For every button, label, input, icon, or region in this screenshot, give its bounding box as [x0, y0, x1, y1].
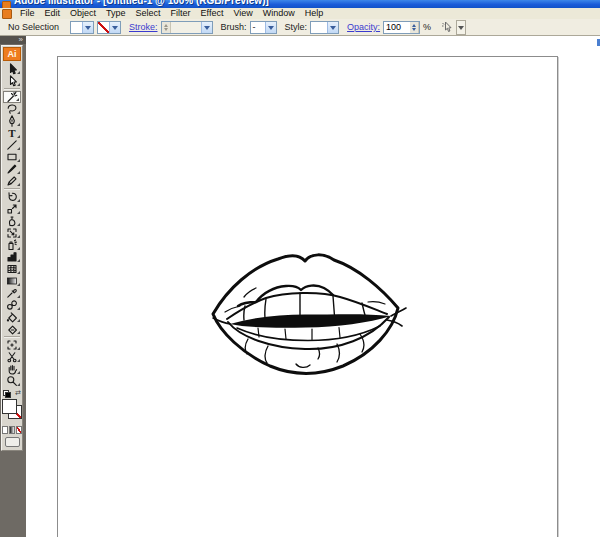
select-similar-dropdown-icon[interactable]: [456, 20, 466, 35]
window-title: Adobe Illustrator - [Untitled-1 @ 100% (…: [14, 0, 269, 6]
app-icon: [2, 1, 11, 8]
stroke-dropdown-icon[interactable]: [109, 22, 120, 33]
magic-wand-icon: [6, 91, 18, 103]
canvas-area[interactable]: [26, 36, 600, 537]
fill-color-combo[interactable]: [70, 21, 94, 34]
percent-label: %: [423, 22, 431, 32]
document-icon[interactable]: [2, 9, 12, 19]
menu-select[interactable]: Select: [131, 8, 166, 19]
tool-scale[interactable]: [3, 203, 21, 215]
paintbrush-icon: [6, 163, 18, 175]
menu-window[interactable]: Window: [258, 8, 300, 19]
stroke-weight-spinner[interactable]: [162, 22, 171, 33]
mesh-icon: [6, 263, 18, 275]
stroke-link[interactable]: Stroke:: [129, 22, 158, 32]
gradient-icon: [6, 275, 18, 287]
menu-type[interactable]: Type: [101, 8, 131, 19]
tool-live-paint-selection[interactable]: [3, 323, 21, 335]
menu-view[interactable]: View: [228, 8, 257, 19]
pen-icon: [6, 115, 18, 127]
tool-free-transform[interactable]: [3, 227, 21, 239]
color-button[interactable]: [2, 426, 8, 434]
stroke-weight-combo[interactable]: [161, 21, 213, 34]
tool-pen[interactable]: [3, 115, 21, 127]
tool-lasso[interactable]: [3, 103, 21, 115]
column-graph-icon: [6, 251, 18, 263]
opacity-link[interactable]: Opacity:: [347, 22, 380, 32]
selection-status: No Selection: [8, 22, 70, 32]
menu-object[interactable]: Object: [65, 8, 101, 19]
stroke-color-combo[interactable]: [97, 21, 121, 34]
type-icon: T: [6, 127, 18, 139]
menu-file[interactable]: File: [15, 8, 40, 19]
opacity-spinner[interactable]: [410, 22, 419, 33]
tool-column-graph[interactable]: [3, 251, 21, 263]
brush-dropdown-icon[interactable]: [265, 22, 276, 33]
tool-pencil[interactable]: [3, 175, 21, 187]
warp-icon: [6, 215, 18, 227]
menu-edit[interactable]: Edit: [40, 8, 66, 19]
tool-separator: [4, 88, 20, 90]
tool-live-paint-bucket[interactable]: [3, 311, 21, 323]
blend-icon: [6, 299, 18, 311]
tool-scissors[interactable]: [3, 351, 21, 363]
tool-hand[interactable]: [3, 363, 21, 375]
tool-list: T: [2, 63, 22, 387]
opacity-combo[interactable]: [383, 21, 420, 34]
rotate-icon: [6, 191, 18, 203]
tool-paintbrush[interactable]: [3, 163, 21, 175]
scale-icon: [6, 203, 18, 215]
fill-stroke-control[interactable]: ⇄: [2, 390, 22, 424]
hand-icon: [6, 363, 18, 375]
gradient-button[interactable]: [9, 426, 15, 434]
none-button[interactable]: [16, 426, 22, 434]
symbol-sprayer-icon: [6, 239, 18, 251]
tool-selection[interactable]: [3, 63, 21, 75]
fill-dropdown-icon[interactable]: [82, 22, 93, 33]
tool-zoom[interactable]: [3, 375, 21, 387]
fill-indicator-white[interactable]: [2, 399, 17, 414]
menu-items: FileEditObjectTypeSelectFilterEffectView…: [15, 8, 328, 19]
tool-magic-wand[interactable]: [3, 91, 21, 103]
menu-help[interactable]: Help: [300, 8, 329, 19]
tool-mesh[interactable]: [3, 263, 21, 275]
tool-rectangle[interactable]: [3, 151, 21, 163]
opacity-input[interactable]: [384, 22, 410, 33]
tool-type[interactable]: T: [3, 127, 21, 139]
tool-blend[interactable]: [3, 299, 21, 311]
brush-value[interactable]: -: [251, 22, 265, 32]
select-similar-objects-button[interactable]: [439, 20, 455, 35]
ai-logo: Ai: [3, 47, 21, 61]
lips-artwork[interactable]: [200, 240, 410, 380]
tools-dock: » Ai T ⇄: [0, 36, 26, 537]
tool-separator: [4, 336, 20, 338]
tool-warp[interactable]: [3, 215, 21, 227]
tool-crop-area[interactable]: [3, 339, 21, 351]
direct-selection-icon: [6, 75, 18, 87]
tool-eyedropper[interactable]: [3, 287, 21, 299]
tool-gradient[interactable]: [3, 275, 21, 287]
stroke-weight-dropdown-icon[interactable]: [201, 22, 212, 33]
tool-rotate[interactable]: [3, 191, 21, 203]
tool-line-segment[interactable]: [3, 139, 21, 151]
menu-filter[interactable]: Filter: [166, 8, 196, 19]
swap-fill-stroke-icon[interactable]: ⇄: [15, 389, 21, 397]
title-bar[interactable]: Adobe Illustrator - [Untitled-1 @ 100% (…: [0, 0, 600, 8]
stroke-none-swatch[interactable]: [98, 22, 109, 33]
illustrator-window: Adobe Illustrator - [Untitled-1 @ 100% (…: [0, 0, 600, 537]
style-dropdown-icon[interactable]: [327, 22, 338, 33]
line-segment-icon: [6, 139, 18, 151]
screen-mode-button[interactable]: [5, 437, 20, 447]
fill-swatch[interactable]: [71, 22, 82, 33]
outer-lip-outline: [213, 255, 398, 374]
tool-direct-selection[interactable]: [3, 75, 21, 87]
dock-collapse-button[interactable]: »: [0, 36, 26, 44]
default-fill-stroke-icon[interactable]: [3, 390, 10, 397]
tool-symbol-sprayer[interactable]: [3, 239, 21, 251]
menu-effect[interactable]: Effect: [196, 8, 229, 19]
rectangle-icon: [6, 151, 18, 163]
brush-combo[interactable]: -: [250, 21, 277, 34]
paint-style-buttons: [2, 426, 22, 434]
lasso-icon: [6, 103, 18, 115]
style-combo[interactable]: [310, 21, 339, 34]
